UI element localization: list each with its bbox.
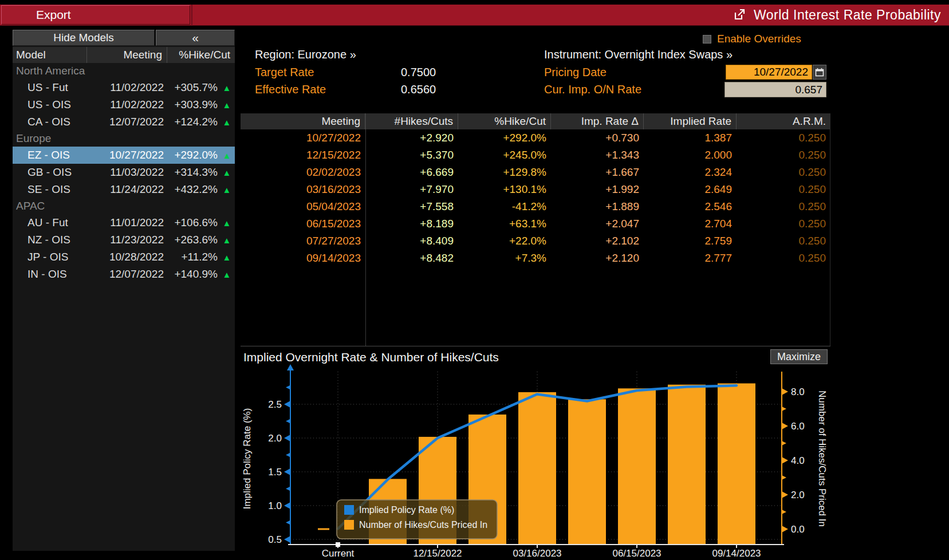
current-rate-dash — [318, 529, 329, 530]
svg-text:0.0: 0.0 — [791, 524, 805, 535]
svg-text:2.0: 2.0 — [268, 433, 282, 444]
svg-text:2.5: 2.5 — [268, 399, 282, 410]
svg-text:0.5: 0.5 — [268, 534, 282, 545]
svg-text:Current: Current — [322, 548, 355, 559]
svg-text:12/15/2022: 12/15/2022 — [413, 548, 462, 559]
hikes-bar — [568, 399, 606, 545]
svg-text:1.0: 1.0 — [268, 500, 282, 511]
svg-text:1.5: 1.5 — [268, 467, 282, 478]
svg-text:8.0: 8.0 — [791, 387, 805, 397]
hikes-bar — [518, 392, 556, 545]
hikes-chart-panel: Implied Overnight Rate & Number of Hikes… — [241, 346, 830, 560]
wirp-screen: Export World Interest Rate Probability H… — [0, 0, 949, 560]
svg-text:Implied Policy Rate (%): Implied Policy Rate (%) — [359, 505, 454, 515]
svg-text:2.0: 2.0 — [791, 490, 805, 500]
svg-text:6.0: 6.0 — [791, 421, 805, 432]
svg-text:4.0: 4.0 — [791, 455, 805, 466]
chart-legend: Implied Policy Rate (%)Number of Hikes/C… — [337, 500, 497, 539]
left-axis-title: Implied Policy Rate (%) — [242, 408, 253, 510]
current-axis-marker — [336, 542, 340, 547]
hikes-bar — [718, 384, 755, 545]
hikes-chart: 0.51.01.52.02.50.02.04.06.08.0Current12/… — [0, 1, 836, 560]
svg-text:Number of Hikes/Cuts Priced In: Number of Hikes/Cuts Priced In — [359, 520, 487, 530]
right-axis-title: Number of Hikes/Cuts Priced In — [817, 391, 828, 527]
svg-text:03/16/2023: 03/16/2023 — [513, 548, 561, 559]
svg-text:09/14/2023: 09/14/2023 — [712, 548, 761, 559]
hikes-bar — [618, 388, 656, 545]
hikes-bar — [668, 385, 706, 545]
svg-text:06/15/2023: 06/15/2023 — [612, 548, 661, 559]
